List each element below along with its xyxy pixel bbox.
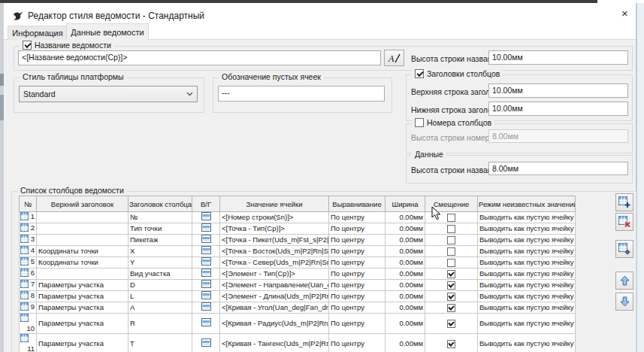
row-orientation-icon[interactable] xyxy=(201,247,211,256)
offset-cell[interactable] xyxy=(425,291,478,302)
offset-checkbox[interactable] xyxy=(447,281,455,290)
width-cell[interactable]: 0.00мм xyxy=(385,212,425,223)
cell-value-cell[interactable]: <[Кривая - Радиус(Uds_m|P2|Rn|Sn|A... xyxy=(220,314,329,334)
name-row-height-input[interactable]: 10.00мм xyxy=(488,50,628,65)
column-header-cell[interactable]: Вид участка xyxy=(128,269,192,280)
cell-value-cell[interactable]: <[Кривая - Тангенс(Uds_m|P2|Rn|Sn|... xyxy=(220,334,329,352)
cell-value-cell[interactable]: <[Точка - Тип(Cp)]> xyxy=(220,223,329,235)
column-header-cell[interactable]: X xyxy=(128,246,192,257)
sheet-name-input[interactable]: <[Название ведомости(Cp)]> xyxy=(18,50,381,65)
column-header-cell[interactable]: D xyxy=(128,280,192,291)
upper-header-cell[interactable] xyxy=(37,235,128,246)
row-orientation-icon[interactable] xyxy=(201,259,211,267)
cell-value-cell[interactable]: <[Элемент - Тип(Cp)]> xyxy=(220,269,329,280)
row-number-cell[interactable]: 5 xyxy=(20,257,37,269)
row-orientation-icon[interactable] xyxy=(201,293,211,301)
bottom-header-row-input[interactable]: 10.00мм xyxy=(488,102,628,116)
vg-cell[interactable] xyxy=(192,302,220,314)
cell-value-cell[interactable]: <[Номер строки(Sn)]> xyxy=(220,212,329,223)
vg-cell[interactable] xyxy=(192,291,220,302)
width-cell[interactable]: 0.00мм xyxy=(385,257,425,269)
row-number-cell[interactable]: 2 xyxy=(20,223,37,235)
offset-cell[interactable] xyxy=(425,334,478,352)
row-orientation-icon[interactable] xyxy=(201,270,211,278)
mode-cell[interactable]: Выводить как пустую ячейку xyxy=(478,314,576,334)
delete-column-button[interactable] xyxy=(615,213,633,231)
row-number-cell[interactable]: 1 xyxy=(20,212,37,223)
cell-value-cell[interactable]: <[Кривая - Угол(Uan_deg|Fan_dms_s|... xyxy=(220,302,329,314)
tab-sheet-data[interactable]: Данные ведомости xyxy=(66,23,149,41)
platform-style-select[interactable]: Standard xyxy=(19,86,198,102)
row-orientation-icon[interactable] xyxy=(201,236,211,244)
mode-cell[interactable]: Выводить как пустую ячейку xyxy=(478,235,576,246)
offset-checkbox[interactable] xyxy=(447,304,455,312)
row-number-cell[interactable]: 4 xyxy=(20,246,37,257)
alignment-cell[interactable]: По центру xyxy=(329,212,385,223)
vg-cell[interactable] xyxy=(192,235,220,246)
name-checkbox[interactable] xyxy=(23,41,32,50)
row-orientation-icon[interactable] xyxy=(201,304,211,312)
offset-checkbox[interactable] xyxy=(447,270,455,278)
offset-checkbox[interactable] xyxy=(447,214,455,222)
width-cell[interactable]: 0.00мм xyxy=(385,223,425,235)
mode-cell[interactable]: Выводить как пустую ячейку xyxy=(478,291,576,302)
mode-cell[interactable]: Выводить как пустую ячейку xyxy=(478,269,576,280)
width-cell[interactable]: 0.00мм xyxy=(385,291,425,302)
row-orientation-icon[interactable] xyxy=(201,320,211,328)
move-up-button[interactable] xyxy=(615,272,633,290)
vg-cell[interactable] xyxy=(192,246,220,257)
vg-cell[interactable] xyxy=(192,257,220,269)
offset-cell[interactable] xyxy=(425,235,478,246)
mode-cell[interactable]: Выводить как пустую ячейку xyxy=(478,302,576,314)
vg-cell[interactable] xyxy=(192,212,220,223)
offset-cell[interactable] xyxy=(425,246,478,257)
vg-cell[interactable] xyxy=(192,334,220,352)
row-orientation-icon[interactable] xyxy=(201,225,211,233)
alignment-cell[interactable]: По центру xyxy=(329,334,385,352)
data-row-height-input[interactable]: 8.00мм xyxy=(488,162,628,175)
column-header-cell[interactable]: L xyxy=(128,291,192,302)
mode-cell[interactable]: Выводить как пустую ячейку xyxy=(478,280,576,291)
column-header-cell[interactable]: A xyxy=(128,302,192,314)
column-header-cell[interactable]: R xyxy=(128,314,192,334)
alignment-cell[interactable]: По центру xyxy=(329,291,385,302)
alignment-cell[interactable]: По центру xyxy=(329,223,385,235)
width-cell[interactable]: 0.00мм xyxy=(385,334,425,352)
column-header-cell[interactable]: Y xyxy=(128,257,192,269)
width-cell[interactable]: 0.00мм xyxy=(385,235,425,246)
offset-cell[interactable] xyxy=(425,280,478,291)
cell-value-cell[interactable]: <[Точка - Пикет(Uds_m|Fst_s|P2|Rn|S... xyxy=(220,235,329,246)
font-settings-button[interactable]: A xyxy=(384,50,404,66)
width-cell[interactable]: 0.00мм xyxy=(385,302,425,314)
close-button[interactable]: × xyxy=(614,3,636,23)
width-cell[interactable]: 0.00мм xyxy=(385,246,425,257)
row-orientation-icon[interactable] xyxy=(201,281,211,290)
column-headers-checkbox[interactable] xyxy=(415,69,424,78)
upper-header-cell[interactable] xyxy=(37,223,128,235)
alignment-cell[interactable]: По центру xyxy=(329,314,385,334)
width-cell[interactable]: 0.00мм xyxy=(385,314,425,334)
upper-header-cell[interactable] xyxy=(37,212,128,223)
move-down-button[interactable] xyxy=(615,293,633,311)
row-orientation-icon[interactable] xyxy=(201,214,211,222)
row-number-cell[interactable]: 7 xyxy=(20,280,37,291)
alignment-cell[interactable]: По центру xyxy=(329,246,385,257)
vg-cell[interactable] xyxy=(192,280,220,291)
upper-header-cell[interactable]: Координаты точки xyxy=(37,246,128,257)
row-orientation-icon[interactable] xyxy=(201,340,211,348)
alignment-cell[interactable]: По центру xyxy=(329,269,385,280)
row-number-cell[interactable]: 11 xyxy=(20,334,37,352)
offset-checkbox[interactable] xyxy=(447,293,455,301)
upper-header-cell[interactable]: Координаты точки xyxy=(37,257,128,269)
offset-cell[interactable] xyxy=(425,302,478,314)
offset-checkbox[interactable] xyxy=(447,340,455,348)
vg-cell[interactable] xyxy=(192,223,220,235)
mode-cell[interactable]: Выводить как пустую ячейку xyxy=(478,223,576,235)
column-header-cell[interactable]: T xyxy=(128,334,192,352)
row-number-cell[interactable]: 10 xyxy=(20,314,37,334)
cell-value-cell[interactable]: <[Элемент - Направление(Uan_deg|F... xyxy=(220,280,329,291)
mode-cell[interactable]: Выводить как пустую ячейку xyxy=(478,334,576,352)
offset-checkbox[interactable] xyxy=(447,247,455,256)
column-header-cell[interactable]: Тип точки xyxy=(128,223,192,235)
offset-cell[interactable] xyxy=(425,314,478,334)
